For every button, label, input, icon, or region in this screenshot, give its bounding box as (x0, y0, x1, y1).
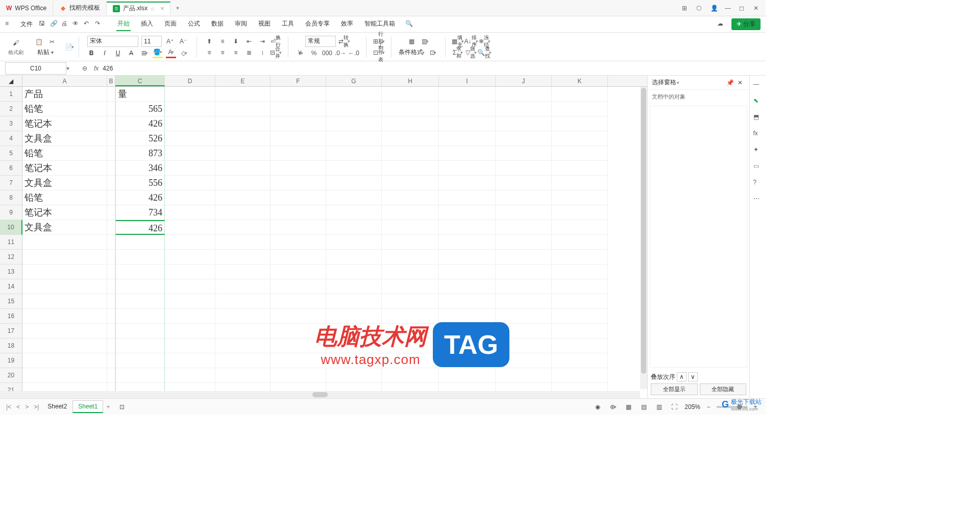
cell-A16[interactable] (22, 309, 107, 324)
tab-document[interactable]: S 产品.xlsx ○ × (107, 2, 170, 15)
menu-tab-页面[interactable]: 页面 (163, 17, 178, 31)
cell-H15[interactable] (382, 294, 439, 309)
cell-K15[interactable] (552, 294, 608, 309)
cell-K16[interactable] (552, 309, 608, 324)
row-header-9[interactable]: 9 (0, 205, 22, 220)
justify-icon[interactable]: ≣ (244, 47, 254, 58)
vertical-scrollbar[interactable] (640, 87, 647, 389)
align-middle-icon[interactable]: ≡ (217, 36, 228, 46)
cell-B14[interactable] (107, 279, 115, 294)
view-page-icon[interactable]: ▤ (639, 402, 649, 412)
row-header-19[interactable]: 19 (0, 353, 22, 368)
cell-A6[interactable]: 笔记本 (22, 161, 107, 176)
cell-J17[interactable] (496, 324, 552, 339)
new-tab-button[interactable]: + (170, 5, 184, 12)
cell-K4[interactable] (552, 131, 608, 146)
cell-F11[interactable] (271, 235, 326, 250)
cell-F7[interactable] (271, 176, 326, 190)
cell-I13[interactable] (439, 264, 496, 279)
cell-C14[interactable] (115, 279, 165, 294)
cell-J14[interactable] (496, 279, 552, 294)
cell-C12[interactable] (115, 250, 165, 264)
close-icon[interactable]: × (160, 5, 164, 12)
row-header-13[interactable]: 13 (0, 264, 22, 279)
cell-B6[interactable] (107, 161, 115, 176)
cell-C5[interactable]: 873 (115, 146, 165, 161)
cell-G9[interactable] (326, 205, 382, 220)
wrap-icon[interactable]: ⏎ 换行 (271, 36, 281, 46)
row-header-18[interactable]: 18 (0, 339, 22, 353)
comma-icon[interactable]: 000 (322, 48, 332, 58)
cell-J5[interactable] (496, 146, 552, 161)
cell-D11[interactable] (165, 235, 215, 250)
cell-C2[interactable]: 565 (115, 102, 165, 116)
cell-J2[interactable] (496, 102, 552, 116)
menu-tab-审阅[interactable]: 审阅 (234, 17, 248, 31)
cell-A3[interactable]: 笔记本 (22, 116, 107, 131)
cell-J18[interactable] (496, 339, 552, 353)
cell-I1[interactable] (439, 87, 496, 102)
cell-D3[interactable] (165, 116, 215, 131)
cell-H11[interactable] (382, 235, 439, 250)
cell-K10[interactable] (552, 220, 608, 235)
cell-B8[interactable] (107, 190, 115, 205)
cell-F19[interactable] (271, 353, 326, 368)
row-header-8[interactable]: 8 (0, 190, 22, 205)
size-select[interactable] (141, 36, 162, 47)
strike-icon[interactable]: A̶ (126, 48, 136, 58)
cell-F9[interactable] (271, 205, 326, 220)
row-header-6[interactable]: 6 (0, 161, 22, 176)
menu-icon[interactable]: ≡ (5, 20, 14, 29)
col-header-B[interactable]: B (107, 76, 115, 86)
cell-D14[interactable] (165, 279, 215, 294)
cell-F6[interactable] (271, 161, 326, 176)
paste-icon[interactable]: 📋 (34, 37, 44, 47)
number-format-select[interactable] (305, 36, 336, 47)
pin-icon[interactable]: 📌 (725, 78, 735, 88)
cell-J15[interactable] (496, 294, 552, 309)
menu-tab-会员专享[interactable]: 会员专享 (304, 17, 331, 31)
cell-A7[interactable]: 文具盒 (22, 176, 107, 190)
cell-A11[interactable] (22, 235, 107, 250)
cell-K19[interactable] (552, 353, 608, 368)
cell-E13[interactable] (215, 264, 271, 279)
cell-G19[interactable] (326, 353, 382, 368)
indent-dec-icon[interactable]: ⇤ (244, 36, 254, 46)
hide-all-button[interactable]: 全部隐藏 (700, 383, 747, 395)
name-box-dropdown-icon[interactable]: ▾ (66, 65, 75, 72)
cell-C19[interactable] (115, 353, 165, 368)
cell-E1[interactable] (215, 87, 271, 102)
print-icon[interactable]: 🖨 (61, 20, 70, 29)
cell-F13[interactable] (271, 264, 326, 279)
cell-J1[interactable] (496, 87, 552, 102)
view-break-icon[interactable]: ▥ (654, 402, 664, 412)
cell-K3[interactable] (552, 116, 608, 131)
cell-G8[interactable] (326, 190, 382, 205)
cell-H14[interactable] (382, 279, 439, 294)
row-header-3[interactable]: 3 (0, 116, 22, 131)
format-icon[interactable]: ⊡▾ (428, 47, 438, 58)
cell-H7[interactable] (382, 176, 439, 190)
cell-D20[interactable] (165, 368, 215, 383)
decimal-dec-icon[interactable]: ←.0 (349, 48, 359, 58)
cell-G11[interactable] (326, 235, 382, 250)
cell-G14[interactable] (326, 279, 382, 294)
cell-G4[interactable] (326, 131, 382, 146)
link-icon[interactable]: 🔗 (50, 20, 59, 29)
underline-icon[interactable]: U (113, 48, 123, 58)
cell-A20[interactable] (22, 368, 107, 383)
sum-icon[interactable]: Σ 求和▾ (453, 47, 463, 58)
cell-C3[interactable]: 426 (115, 116, 165, 131)
cell-K20[interactable] (552, 368, 608, 383)
cell-D10[interactable] (165, 220, 215, 235)
menu-tab-视图[interactable]: 视图 (257, 17, 272, 31)
cell-H8[interactable] (382, 190, 439, 205)
border-icon[interactable]: ⊞▾ (139, 48, 150, 58)
menu-tab-数据[interactable]: 数据 (210, 17, 225, 31)
cell-A4[interactable]: 文具盒 (22, 131, 107, 146)
cell-D4[interactable] (165, 131, 215, 146)
cell-J20[interactable] (496, 368, 552, 383)
row-header-15[interactable]: 15 (0, 294, 22, 309)
cloud-icon[interactable]: ☁ (717, 20, 726, 29)
cell-C17[interactable] (115, 324, 165, 339)
